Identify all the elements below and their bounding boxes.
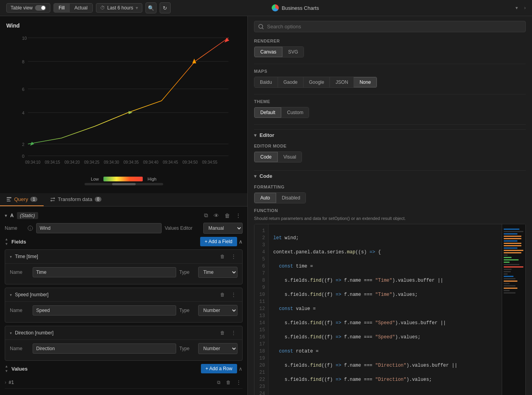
fields-reorder[interactable]: ▲ ▼ (5, 237, 8, 246)
values-reorder[interactable]: ▲ ▼ (5, 364, 8, 373)
business-charts-icon (272, 4, 279, 11)
code-editor[interactable]: 12345 678910 1112131415 1617181920 21222… (254, 224, 526, 395)
code-header[interactable]: ▾ Code (254, 170, 526, 181)
svg-rect-26 (7, 197, 11, 198)
collapse-editor-icon: ▾ (254, 133, 256, 138)
code-text[interactable]: let wind; context.panel.data.series.map(… (269, 224, 525, 395)
name-input[interactable]: Wind (36, 223, 162, 233)
values-editor-label: Values Editor (165, 225, 200, 231)
theme-custom-btn[interactable]: Custom (281, 107, 309, 118)
delete-time-icon[interactable]: 🗑 (219, 253, 226, 260)
direction-type-label: Type (179, 346, 195, 351)
theme-btn-group: Default Custom (254, 107, 309, 118)
speed-type-select[interactable]: Number (198, 305, 237, 316)
formatting-disabled-btn[interactable]: Disabled (276, 193, 306, 203)
copy-row-icon[interactable]: ⧉ (215, 379, 222, 386)
actual-button[interactable]: Actual (69, 4, 92, 12)
theme-label: Theme (254, 99, 526, 104)
query-header: ▾ A (Static) ⧉ 👁 🗑 ⋮ (5, 211, 243, 220)
direction-field-title: Direction [number] (15, 330, 215, 336)
chart-scrollbar-track[interactable] (85, 183, 163, 185)
maps-gaode-btn[interactable]: Gaode (278, 77, 303, 87)
svg-text:09:34:15: 09:34:15 (45, 160, 60, 164)
fields-section-header: ▲ ▼ Fields + Add a Field ∧ (5, 237, 243, 246)
add-row-button[interactable]: + Add a Row (201, 364, 237, 373)
editor-visual-btn[interactable]: Visual (278, 152, 302, 162)
collapse-direction-icon[interactable]: ▾ (10, 331, 12, 335)
svg-text:0: 0 (22, 154, 24, 159)
theme-default-btn[interactable]: Default (254, 107, 281, 118)
time-range-selector[interactable]: ⏱ Last 6 hours ▾ (96, 3, 142, 13)
dropdown-icon[interactable]: ▾ (515, 5, 518, 11)
editor-header[interactable]: ▾ Editor (254, 129, 526, 140)
editor-code-btn[interactable]: Code (254, 152, 278, 162)
name-row: Name i Wind Values Editor Manual (5, 223, 243, 234)
zoom-button[interactable]: 🔍 (145, 2, 156, 13)
search-icon (258, 24, 264, 30)
values-editor-select[interactable]: Manual (203, 223, 243, 234)
code-section-label: Code (260, 173, 272, 179)
time-name-input[interactable] (33, 267, 176, 277)
maps-baidu-btn[interactable]: Baidu (254, 77, 278, 87)
theme-section: Theme Default Custom (254, 99, 526, 118)
collapse-query-icon[interactable]: ▾ (5, 213, 7, 218)
eye-query-icon[interactable]: 👁 (212, 212, 221, 220)
tab-transform-label: Transform data (58, 196, 92, 202)
delete-direction-icon[interactable]: 🗑 (219, 329, 226, 336)
table-view-toggle[interactable]: Table view (6, 3, 50, 13)
svg-text:09:34:55: 09:34:55 (202, 160, 217, 164)
delete-query-icon[interactable]: 🗑 (223, 212, 232, 220)
svg-text:09:34:35: 09:34:35 (123, 160, 139, 164)
speed-field-title: Speed [number] (15, 292, 215, 297)
direction-type-select[interactable]: Number (198, 343, 237, 354)
values-label: Values (11, 366, 28, 372)
maps-google-btn[interactable]: Google (303, 77, 330, 87)
fill-button[interactable]: Fill (54, 4, 69, 12)
chevron-icon: ▾ (136, 5, 138, 11)
direction-name-input[interactable] (33, 343, 176, 354)
chart-scrollbar-thumb[interactable] (112, 183, 136, 185)
collapse-time-icon[interactable]: ▾ (10, 255, 12, 259)
formatting-auto-btn[interactable]: Auto (254, 193, 276, 203)
row-number: #1 (9, 380, 14, 385)
expand-icon[interactable]: › (524, 5, 526, 11)
renderer-section: Renderer Canvas SVG (254, 39, 526, 57)
renderer-svg-btn[interactable]: SVG (282, 47, 304, 57)
add-field-button[interactable]: + Add a Field (200, 237, 237, 246)
more-row-icon[interactable]: ⋮ (235, 379, 243, 386)
row-expand-icon[interactable]: › (5, 380, 6, 385)
more-speed-icon[interactable]: ⋮ (230, 291, 237, 298)
time-type-select[interactable]: Time (198, 267, 237, 278)
tab-query-label: Query (14, 196, 28, 202)
more-query-icon[interactable]: ⋮ (234, 212, 243, 220)
speed-name-input[interactable] (33, 305, 176, 316)
collapse-speed-icon[interactable]: ▾ (10, 293, 12, 297)
search-bar[interactable] (254, 21, 526, 32)
collapse-values-icon[interactable]: ∧ (239, 366, 243, 372)
refresh-button[interactable]: ↻ (160, 2, 171, 13)
svg-text:4: 4 (22, 111, 24, 115)
more-time-icon[interactable]: ⋮ (230, 253, 237, 260)
svg-text:09:34:40: 09:34:40 (143, 160, 158, 164)
formatting-label: Formatting (254, 185, 526, 189)
maps-none-btn[interactable]: None (353, 77, 377, 87)
direction-name-label: Name (10, 346, 29, 351)
transform-icon (50, 197, 55, 202)
code-minimap (502, 224, 525, 395)
svg-rect-28 (7, 201, 11, 201)
line-numbers: 12345 678910 1112131415 1617181920 21222… (254, 224, 269, 395)
delete-speed-icon[interactable]: 🗑 (219, 291, 226, 298)
toggle-switch[interactable] (35, 5, 46, 11)
svg-text:09:34:25: 09:34:25 (84, 160, 99, 164)
svg-point-31 (259, 24, 263, 28)
search-input[interactable] (267, 24, 521, 30)
tabs-bar: Query 1 Transform data 0 (0, 193, 247, 207)
delete-row-icon[interactable]: 🗑 (225, 379, 232, 386)
copy-query-icon[interactable]: ⧉ (202, 211, 210, 220)
collapse-fields-icon[interactable]: ∧ (239, 239, 243, 245)
maps-json-btn[interactable]: JSON (330, 77, 353, 87)
tab-transform[interactable]: Transform data 0 (44, 193, 108, 206)
tab-query[interactable]: Query 1 (0, 193, 44, 206)
more-direction-icon[interactable]: ⋮ (230, 329, 237, 336)
renderer-canvas-btn[interactable]: Canvas (254, 47, 282, 57)
